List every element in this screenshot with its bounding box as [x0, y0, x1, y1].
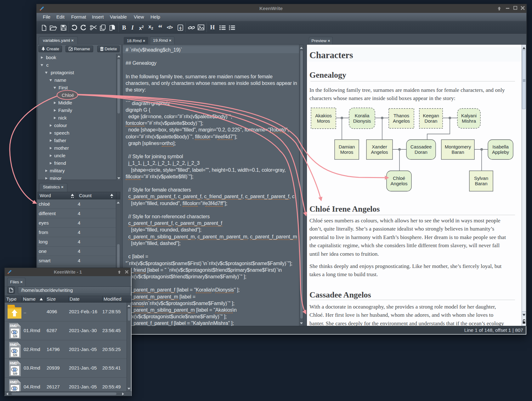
svg-text:Montgomery: Montgomery [445, 144, 471, 149]
svg-text:Sylvan: Sylvan [474, 175, 488, 181]
svg-text:Damian: Damian [339, 144, 355, 149]
svg-text:RMD: RMD [10, 324, 17, 328]
svg-text:Keegan: Keegan [423, 113, 439, 118]
svg-text:Kalyani: Kalyani [461, 113, 477, 118]
svg-text:RMD: RMD [10, 361, 17, 365]
svg-text:M: M [13, 372, 16, 376]
svg-text:Angelos: Angelos [390, 181, 407, 186]
svg-text:Cassadee: Cassadee [410, 144, 432, 149]
svg-text:Isabella: Isabella [492, 144, 509, 149]
svg-text:Appleby: Appleby [492, 149, 509, 155]
svg-text:RMD: RMD [10, 343, 17, 347]
svg-text:Dionysis: Dionysis [353, 118, 371, 124]
svg-text:Doran: Doran [425, 118, 438, 124]
svg-text:RMD: RMD [10, 380, 17, 384]
svg-text:Moros: Moros [317, 118, 330, 124]
svg-text:Thanos: Thanos [393, 113, 409, 118]
svg-text:Baran: Baran [451, 149, 464, 155]
svg-text:M: M [13, 334, 16, 338]
svg-text:Angelos: Angelos [393, 118, 410, 124]
svg-text:Koralia: Koralia [355, 113, 370, 118]
svg-text:ϕ: ϕ [179, 26, 182, 30]
svg-text:Doran: Doran [415, 149, 427, 155]
svg-text:Moros: Moros [340, 149, 354, 155]
svg-text:M: M [13, 353, 16, 357]
svg-text:Akakios: Akakios [315, 113, 332, 118]
svg-text:Xander: Xander [372, 144, 387, 149]
svg-text:Angelos: Angelos [371, 149, 388, 155]
svg-text:Baran: Baran [475, 181, 487, 186]
svg-text:Mishra: Mishra [462, 118, 476, 124]
svg-text:Chloé: Chloé [393, 175, 405, 181]
